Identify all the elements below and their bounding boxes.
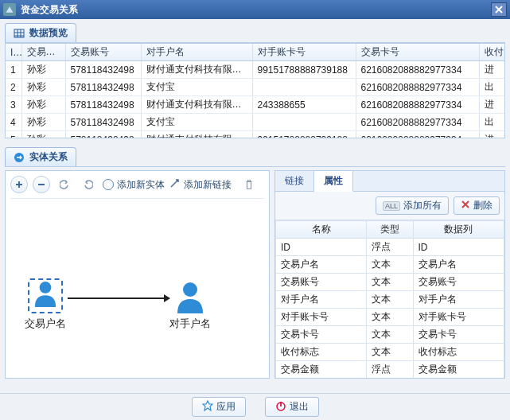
- section-tab-strip-preview: 数据预览: [5, 22, 505, 43]
- arrow-icon: [169, 178, 181, 192]
- exit-button[interactable]: 退出: [265, 397, 319, 417]
- undo-button[interactable]: [55, 176, 74, 193]
- col-header[interactable]: 交易账号: [65, 44, 141, 61]
- delete-prop-button[interactable]: 删除: [454, 196, 500, 215]
- close-button[interactable]: [491, 2, 507, 17]
- zoom-in-button[interactable]: [10, 176, 28, 193]
- zoom-out-button[interactable]: [33, 176, 50, 193]
- cell: ID: [413, 239, 504, 256]
- cell: 文本: [367, 344, 413, 361]
- apply-label: 应用: [216, 400, 236, 414]
- add-link-button[interactable]: 添加新链接: [169, 178, 232, 192]
- x-icon: [461, 200, 470, 212]
- section-tab-strip-relation: 实体关系: [5, 146, 505, 167]
- cell: 支付宝: [141, 79, 252, 96]
- cell: 1: [6, 61, 21, 79]
- table-row[interactable]: 3孙彩578118432498财付通支付科技有限公司24338865562160…: [6, 96, 505, 114]
- col-header[interactable]: 数据列: [413, 221, 504, 239]
- relation-canvas[interactable]: 交易户名 对手户名: [10, 199, 264, 373]
- table-row[interactable]: 交易账号文本交易账号: [276, 274, 504, 291]
- cell: 交易户名: [276, 256, 367, 274]
- col-header[interactable]: 收付标志: [479, 44, 505, 61]
- add-entity-button[interactable]: 添加新实体: [103, 178, 165, 192]
- app-icon: [3, 3, 16, 16]
- data-preview-table[interactable]: ID交易户名交易账号对手户名对手账卡号交易卡号收付标志交易金额交易余额 1孙彩5…: [5, 43, 505, 138]
- power-icon: [275, 400, 286, 414]
- cell: 文本: [367, 309, 413, 326]
- tab-entity-relation-label: 实体关系: [29, 150, 68, 164]
- subtab-attributes[interactable]: 属性: [314, 171, 353, 192]
- cell: 对手账卡号: [413, 309, 504, 326]
- subtab-link-label: 链接: [285, 175, 304, 186]
- table-row[interactable]: 2孙彩578118432498支付宝6216082088882977334出84…: [6, 79, 505, 96]
- tab-entity-relation[interactable]: 实体关系: [5, 147, 76, 166]
- cell: 交易金额: [276, 361, 367, 379]
- cell: 孙彩: [21, 61, 65, 79]
- canvas-pane: 添加新实体 添加新链接 交易户名: [5, 170, 270, 379]
- cell: 5: [6, 131, 21, 139]
- cell: 孙彩: [21, 114, 65, 131]
- cell: 出: [479, 79, 505, 96]
- delete-tool-button[interactable]: [239, 176, 259, 193]
- cell: 交易金额: [413, 361, 504, 379]
- exit-label: 退出: [290, 400, 309, 414]
- cell: 578118432498: [65, 131, 141, 139]
- cell: 99151788888739188: [252, 131, 356, 139]
- table-row[interactable]: ID浮点ID: [276, 239, 504, 256]
- col-header[interactable]: 交易卡号: [356, 44, 479, 61]
- avatar-selected-icon: [28, 278, 63, 313]
- cell: ID: [276, 239, 367, 256]
- table-row[interactable]: 交易金额浮点交易金额: [276, 361, 504, 379]
- cell: 6216082088882977334: [356, 61, 479, 79]
- bottom-bar: 应用 退出: [0, 393, 510, 420]
- entity-node-a[interactable]: 交易户名: [25, 278, 66, 331]
- cell: 文本: [367, 326, 413, 344]
- properties-table[interactable]: 名称类型数据列 ID浮点ID交易户名文本交易户名交易账号文本交易账号对手户名文本…: [275, 220, 504, 378]
- add-link-label: 添加新链接: [184, 178, 232, 192]
- add-all-label: 添加所有: [403, 199, 442, 212]
- cell: 578118432498: [65, 61, 141, 79]
- cell: 交易账号: [276, 274, 367, 291]
- titlebar: 资金交易关系: [0, 0, 510, 19]
- redo-button[interactable]: [79, 176, 98, 193]
- cell: 文本: [367, 256, 413, 274]
- tab-data-preview[interactable]: 数据预览: [5, 23, 76, 42]
- table-row[interactable]: 5孙彩578118432498财付通支付科技有限公司99151788888739…: [6, 131, 505, 139]
- cell: 进: [479, 131, 505, 139]
- table-row[interactable]: 1孙彩578118432498财付通支付科技有限公司99151788888739…: [6, 61, 505, 79]
- cell: 交易账号: [413, 274, 504, 291]
- table-row[interactable]: 收付标志文本收付标志: [276, 344, 504, 361]
- cell: 文本: [367, 274, 413, 291]
- svg-point-3: [183, 282, 197, 297]
- cell: 对手户名: [276, 291, 367, 309]
- add-all-button[interactable]: ALL 添加所有: [376, 196, 449, 215]
- add-entity-label: 添加新实体: [117, 178, 165, 192]
- table-row[interactable]: 交易卡号文本交易卡号: [276, 326, 504, 344]
- col-header[interactable]: 名称: [276, 221, 367, 239]
- col-header[interactable]: 类型: [367, 221, 413, 239]
- relation-edge[interactable]: [68, 298, 169, 299]
- entity-node-b[interactable]: 对手户名: [169, 278, 211, 331]
- table-row[interactable]: 交易户名文本交易户名: [276, 256, 504, 274]
- table-icon: [14, 28, 25, 39]
- col-header[interactable]: 交易户名: [21, 44, 65, 61]
- avatar-icon: [173, 278, 208, 313]
- apply-button[interactable]: 应用: [192, 397, 246, 417]
- circle-icon: [103, 179, 114, 190]
- properties-toolbar: ALL 添加所有 删除: [275, 192, 504, 220]
- cell: 6216082088882977334: [356, 96, 479, 114]
- table-row[interactable]: 对手账卡号文本对手账卡号: [276, 309, 504, 326]
- table-row[interactable]: 对手户名文本对手户名: [276, 291, 504, 309]
- subtab-link[interactable]: 链接: [275, 171, 314, 191]
- entity-node-b-label: 对手户名: [169, 317, 211, 331]
- cell: 浮点: [367, 361, 413, 379]
- col-header[interactable]: ID: [6, 44, 21, 61]
- cell: 进: [479, 61, 505, 79]
- col-header[interactable]: 对手账卡号: [252, 44, 356, 61]
- all-badge: ALL: [383, 201, 400, 211]
- properties-pane: 链接 属性 ALL 添加所有 删除 名称类型数据列 ID浮点ID交易户名文本交易…: [274, 170, 505, 379]
- cell: 4: [6, 114, 21, 131]
- table-row[interactable]: 4孙彩578118432498支付宝6216082088882977334出93…: [6, 114, 505, 131]
- col-header[interactable]: 对手户名: [141, 44, 252, 61]
- cell: [252, 114, 356, 131]
